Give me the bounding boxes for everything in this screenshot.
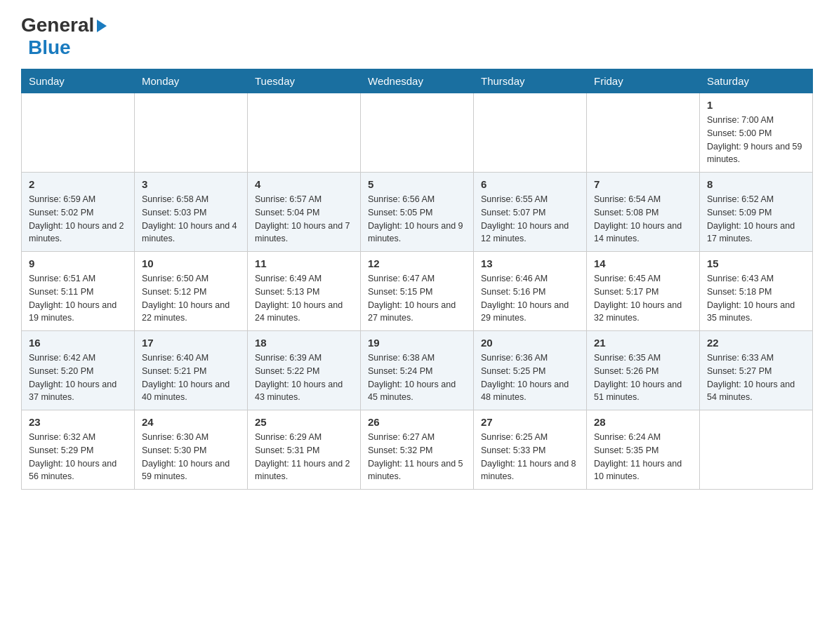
calendar-cell: 14Sunrise: 6:45 AM Sunset: 5:17 PM Dayli… <box>587 252 700 331</box>
day-info: Sunrise: 6:51 AM Sunset: 5:11 PM Dayligh… <box>29 272 127 325</box>
calendar-cell: 25Sunrise: 6:29 AM Sunset: 5:31 PM Dayli… <box>248 410 361 490</box>
day-number: 6 <box>481 178 579 190</box>
calendar-cell: 21Sunrise: 6:35 AM Sunset: 5:26 PM Dayli… <box>587 331 700 410</box>
calendar-cell <box>248 93 361 173</box>
day-info: Sunrise: 6:59 AM Sunset: 5:02 PM Dayligh… <box>29 193 127 246</box>
day-number: 17 <box>142 337 240 349</box>
day-of-week-header: Friday <box>587 69 700 93</box>
calendar-cell: 18Sunrise: 6:39 AM Sunset: 5:22 PM Dayli… <box>248 331 361 410</box>
calendar-header-row: SundayMondayTuesdayWednesdayThursdayFrid… <box>22 69 813 93</box>
day-number: 12 <box>368 257 466 269</box>
day-number: 19 <box>368 337 466 349</box>
calendar-cell: 8Sunrise: 6:52 AM Sunset: 5:09 PM Daylig… <box>700 173 813 252</box>
logo-general-word: General <box>21 14 94 36</box>
day-info: Sunrise: 6:36 AM Sunset: 5:25 PM Dayligh… <box>481 351 579 404</box>
calendar-cell: 19Sunrise: 6:38 AM Sunset: 5:24 PM Dayli… <box>361 331 474 410</box>
day-number: 10 <box>142 257 240 269</box>
calendar-cell: 22Sunrise: 6:33 AM Sunset: 5:27 PM Dayli… <box>700 331 813 410</box>
day-info: Sunrise: 6:29 AM Sunset: 5:31 PM Dayligh… <box>255 431 353 483</box>
day-info: Sunrise: 6:43 AM Sunset: 5:18 PM Dayligh… <box>707 272 805 325</box>
calendar-week-row: 9Sunrise: 6:51 AM Sunset: 5:11 PM Daylig… <box>22 252 813 331</box>
day-info: Sunrise: 6:55 AM Sunset: 5:07 PM Dayligh… <box>481 193 579 246</box>
day-number: 24 <box>142 416 240 428</box>
calendar-cell: 11Sunrise: 6:49 AM Sunset: 5:13 PM Dayli… <box>248 252 361 331</box>
calendar-cell: 10Sunrise: 6:50 AM Sunset: 5:12 PM Dayli… <box>135 252 248 331</box>
day-info: Sunrise: 6:50 AM Sunset: 5:12 PM Dayligh… <box>142 272 240 325</box>
day-number: 21 <box>594 337 692 349</box>
day-of-week-header: Wednesday <box>361 69 474 93</box>
day-number: 25 <box>255 416 353 428</box>
calendar-cell: 28Sunrise: 6:24 AM Sunset: 5:35 PM Dayli… <box>587 410 700 490</box>
calendar-cell: 17Sunrise: 6:40 AM Sunset: 5:21 PM Dayli… <box>135 331 248 410</box>
day-number: 26 <box>368 416 466 428</box>
calendar-cell: 20Sunrise: 6:36 AM Sunset: 5:25 PM Dayli… <box>474 331 587 410</box>
day-info: Sunrise: 6:49 AM Sunset: 5:13 PM Dayligh… <box>255 272 353 325</box>
logo-blue-word: Blue <box>28 36 71 58</box>
calendar-cell: 16Sunrise: 6:42 AM Sunset: 5:20 PM Dayli… <box>22 331 135 410</box>
day-number: 27 <box>481 416 579 428</box>
calendar-cell: 7Sunrise: 6:54 AM Sunset: 5:08 PM Daylig… <box>587 173 700 252</box>
day-info: Sunrise: 6:38 AM Sunset: 5:24 PM Dayligh… <box>368 351 466 404</box>
day-of-week-header: Sunday <box>22 69 135 93</box>
calendar-cell: 12Sunrise: 6:47 AM Sunset: 5:15 PM Dayli… <box>361 252 474 331</box>
calendar-week-row: 1Sunrise: 7:00 AM Sunset: 5:00 PM Daylig… <box>22 93 813 173</box>
day-info: Sunrise: 6:54 AM Sunset: 5:08 PM Dayligh… <box>594 193 692 246</box>
day-info: Sunrise: 7:00 AM Sunset: 5:00 PM Dayligh… <box>707 114 805 166</box>
day-number: 16 <box>29 337 127 349</box>
calendar-cell <box>587 93 700 173</box>
day-info: Sunrise: 6:35 AM Sunset: 5:26 PM Dayligh… <box>594 351 692 404</box>
calendar-cell: 13Sunrise: 6:46 AM Sunset: 5:16 PM Dayli… <box>474 252 587 331</box>
calendar-cell: 15Sunrise: 6:43 AM Sunset: 5:18 PM Dayli… <box>700 252 813 331</box>
calendar-cell: 4Sunrise: 6:57 AM Sunset: 5:04 PM Daylig… <box>248 173 361 252</box>
day-info: Sunrise: 6:52 AM Sunset: 5:09 PM Dayligh… <box>707 193 805 246</box>
calendar-cell: 23Sunrise: 6:32 AM Sunset: 5:29 PM Dayli… <box>22 410 135 490</box>
calendar-cell <box>361 93 474 173</box>
calendar-cell <box>22 93 135 173</box>
calendar-cell: 2Sunrise: 6:59 AM Sunset: 5:02 PM Daylig… <box>22 173 135 252</box>
day-info: Sunrise: 6:33 AM Sunset: 5:27 PM Dayligh… <box>707 351 805 404</box>
day-info: Sunrise: 6:56 AM Sunset: 5:05 PM Dayligh… <box>368 193 466 246</box>
calendar-cell: 24Sunrise: 6:30 AM Sunset: 5:30 PM Dayli… <box>135 410 248 490</box>
day-info: Sunrise: 6:24 AM Sunset: 5:35 PM Dayligh… <box>594 431 692 483</box>
calendar-cell <box>474 93 587 173</box>
day-info: Sunrise: 6:46 AM Sunset: 5:16 PM Dayligh… <box>481 272 579 325</box>
day-of-week-header: Tuesday <box>248 69 361 93</box>
day-info: Sunrise: 6:27 AM Sunset: 5:32 PM Dayligh… <box>368 431 466 483</box>
day-number: 22 <box>707 337 805 349</box>
day-info: Sunrise: 6:42 AM Sunset: 5:20 PM Dayligh… <box>29 351 127 404</box>
day-number: 13 <box>481 257 579 269</box>
day-number: 7 <box>594 178 692 190</box>
day-number: 3 <box>142 178 240 190</box>
day-number: 20 <box>481 337 579 349</box>
day-number: 4 <box>255 178 353 190</box>
day-info: Sunrise: 6:32 AM Sunset: 5:29 PM Dayligh… <box>29 431 127 483</box>
calendar-cell: 1Sunrise: 7:00 AM Sunset: 5:00 PM Daylig… <box>700 93 813 173</box>
day-info: Sunrise: 6:57 AM Sunset: 5:04 PM Dayligh… <box>255 193 353 246</box>
calendar-cell: 6Sunrise: 6:55 AM Sunset: 5:07 PM Daylig… <box>474 173 587 252</box>
day-number: 18 <box>255 337 353 349</box>
logo: General Blue <box>21 14 107 59</box>
day-number: 28 <box>594 416 692 428</box>
calendar-week-row: 2Sunrise: 6:59 AM Sunset: 5:02 PM Daylig… <box>22 173 813 252</box>
calendar-cell: 27Sunrise: 6:25 AM Sunset: 5:33 PM Dayli… <box>474 410 587 490</box>
day-number: 8 <box>707 178 805 190</box>
day-of-week-header: Thursday <box>474 69 587 93</box>
day-number: 11 <box>255 257 353 269</box>
day-info: Sunrise: 6:40 AM Sunset: 5:21 PM Dayligh… <box>142 351 240 404</box>
calendar-week-row: 16Sunrise: 6:42 AM Sunset: 5:20 PM Dayli… <box>22 331 813 410</box>
day-of-week-header: Monday <box>135 69 248 93</box>
calendar-cell: 9Sunrise: 6:51 AM Sunset: 5:11 PM Daylig… <box>22 252 135 331</box>
day-info: Sunrise: 6:47 AM Sunset: 5:15 PM Dayligh… <box>368 272 466 325</box>
day-number: 15 <box>707 257 805 269</box>
logo-arrow-icon <box>97 20 107 32</box>
day-info: Sunrise: 6:25 AM Sunset: 5:33 PM Dayligh… <box>481 431 579 483</box>
day-number: 2 <box>29 178 127 190</box>
calendar-cell <box>700 410 813 490</box>
calendar-cell: 3Sunrise: 6:58 AM Sunset: 5:03 PM Daylig… <box>135 173 248 252</box>
day-of-week-header: Saturday <box>700 69 813 93</box>
day-info: Sunrise: 6:30 AM Sunset: 5:30 PM Dayligh… <box>142 431 240 483</box>
day-info: Sunrise: 6:45 AM Sunset: 5:17 PM Dayligh… <box>594 272 692 325</box>
page-header: General Blue <box>21 14 813 59</box>
day-number: 5 <box>368 178 466 190</box>
day-number: 1 <box>707 99 805 111</box>
